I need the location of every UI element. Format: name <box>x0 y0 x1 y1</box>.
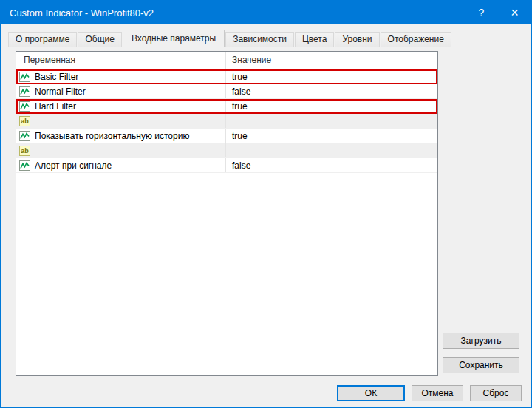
close-button[interactable]: ✕ <box>498 1 531 24</box>
tab-dependencies[interactable]: Зависимости <box>225 32 294 47</box>
table-row[interactable]: Hard Filtertrue <box>16 99 437 114</box>
table-row[interactable]: Normal Filterfalse <box>16 84 437 99</box>
load-button[interactable]: Загрузить <box>443 333 519 349</box>
window-title: Custom Indicator - WinProfit80-v2 <box>1 7 465 18</box>
param-name-cell[interactable]: Hard Filter <box>16 99 226 113</box>
table-row[interactable]: ab <box>16 143 437 158</box>
table-row[interactable]: Basic Filtertrue <box>16 69 437 84</box>
param-value-cell[interactable]: false <box>226 158 437 172</box>
tab-bar: О программеОбщиеВходные параметрыЗависим… <box>8 30 524 47</box>
param-value: false <box>232 86 250 97</box>
param-name: Normal Filter <box>35 85 86 98</box>
param-name-cell[interactable]: ab <box>16 143 226 157</box>
param-name-cell[interactable]: Basic Filter <box>16 69 226 84</box>
param-rows: Basic FiltertrueNormal FilterfalseHard F… <box>16 69 437 173</box>
table-row[interactable]: Показывать горизонтальную историюtrue <box>16 129 437 143</box>
chart-icon <box>19 160 30 171</box>
param-value-cell[interactable] <box>226 143 437 157</box>
param-value-cell[interactable]: false <box>226 84 437 98</box>
titlebar: Custom Indicator - WinProfit80-v2 ? ✕ <box>1 1 531 24</box>
ok-button[interactable]: ОК <box>337 385 405 401</box>
table-header: Переменная Значение <box>16 52 437 69</box>
chart-icon <box>19 86 30 97</box>
reset-button[interactable]: Сброс <box>470 385 522 401</box>
param-table: Переменная Значение Basic FiltertrueNorm… <box>16 51 438 376</box>
save-button[interactable]: Сохранить <box>443 357 519 373</box>
param-value: true <box>232 131 248 141</box>
bottom-buttons: ОКОтменаСброс <box>337 385 522 401</box>
dialog-window: Custom Indicator - WinProfit80-v2 ? ✕ О … <box>0 0 532 408</box>
ab-icon: ab <box>19 116 30 126</box>
param-name-cell[interactable]: Normal Filter <box>16 84 226 98</box>
ab-icon: ab <box>19 146 30 156</box>
cancel-button[interactable]: Отмена <box>412 385 463 401</box>
param-name: Алерт при сигнале <box>35 159 112 172</box>
tab-colors[interactable]: Цвета <box>295 32 334 47</box>
param-value-cell[interactable]: true <box>226 99 437 113</box>
tab-common[interactable]: Общие <box>78 32 121 47</box>
param-value: false <box>232 160 250 171</box>
param-value: true <box>232 72 248 82</box>
param-value-cell[interactable]: true <box>226 69 437 84</box>
param-name: Показывать горизонтальную историю <box>35 129 189 143</box>
param-name: Basic Filter <box>35 70 78 84</box>
tab-visualization[interactable]: Отображение <box>381 32 451 47</box>
chart-icon <box>19 72 30 82</box>
param-value-cell[interactable] <box>226 114 437 128</box>
column-header-name: Переменная <box>16 52 226 69</box>
chart-icon <box>19 131 30 141</box>
tab-inputs[interactable]: Входные параметры <box>123 30 225 47</box>
help-button[interactable]: ? <box>465 1 498 24</box>
side-buttons: ЗагрузитьСохранить <box>443 333 519 373</box>
table-row[interactable]: Алерт при сигналеfalse <box>16 158 437 173</box>
column-header-value: Значение <box>226 52 437 69</box>
param-name-cell[interactable]: Алерт при сигнале <box>16 158 226 172</box>
param-value: true <box>232 101 248 112</box>
tab-about[interactable]: О программе <box>8 32 77 47</box>
param-name-cell[interactable]: Показывать горизонтальную историю <box>16 129 226 143</box>
table-row[interactable]: ab <box>16 114 437 129</box>
param-name: Hard Filter <box>35 100 76 113</box>
chart-icon <box>19 101 30 112</box>
param-name-cell[interactable]: ab <box>16 114 226 128</box>
tab-levels[interactable]: Уровни <box>335 32 379 47</box>
param-value-cell[interactable]: true <box>226 129 437 143</box>
